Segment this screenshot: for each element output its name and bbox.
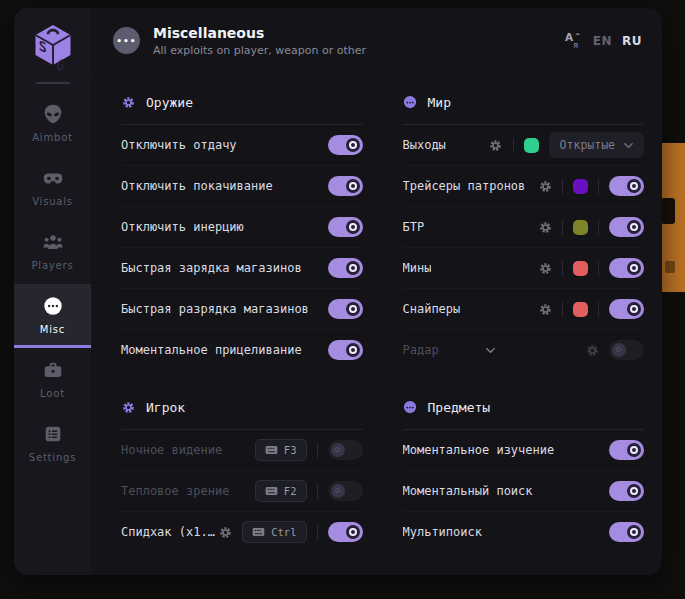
toggle-switch[interactable] bbox=[609, 440, 644, 460]
color-swatch[interactable] bbox=[524, 138, 539, 153]
color-swatch[interactable] bbox=[573, 302, 588, 317]
toggle-knob bbox=[627, 261, 641, 275]
feature-label: Отключить отдачу bbox=[121, 138, 237, 152]
toggle-switch[interactable] bbox=[609, 217, 644, 237]
svg-text:я: я bbox=[573, 40, 578, 50]
row-controls bbox=[609, 440, 644, 460]
sidebar-item-misc[interactable]: Misc bbox=[14, 284, 91, 348]
toggle-switch[interactable] bbox=[328, 522, 363, 542]
row-controls: Ctrl bbox=[218, 521, 362, 543]
lang-ru-button[interactable]: RU bbox=[622, 34, 642, 48]
gear-icon[interactable] bbox=[489, 138, 503, 152]
feature-row: Спидхак (x1.8)Ctrl bbox=[121, 512, 363, 553]
vertical-separator bbox=[562, 302, 563, 317]
feature-label: Быстрая разрядка магазинов bbox=[121, 302, 309, 316]
feature-label: Отключить инерцию bbox=[121, 220, 244, 234]
feature-row: БТР bbox=[403, 207, 645, 248]
toggle-knob bbox=[627, 525, 641, 539]
translate-icon[interactable]: A я bbox=[564, 31, 583, 50]
feature-label: Тепловое зрение bbox=[121, 484, 229, 498]
feature-row: Отключить инерцию bbox=[121, 207, 363, 248]
chevron-down-icon[interactable] bbox=[485, 345, 496, 356]
sidebar-item-label: Settings bbox=[29, 452, 76, 463]
toggle-switch[interactable] bbox=[328, 135, 363, 155]
toggle-switch[interactable] bbox=[328, 299, 363, 319]
dropdown-select[interactable]: Открытые bbox=[549, 132, 644, 158]
briefcase-icon bbox=[42, 359, 64, 381]
keybind-badge[interactable]: F3 bbox=[255, 439, 307, 461]
feature-label: Ночное видение bbox=[121, 443, 222, 457]
vertical-separator bbox=[598, 261, 599, 276]
color-swatch[interactable] bbox=[573, 220, 588, 235]
keybind-badge[interactable]: F2 bbox=[255, 480, 307, 502]
toggle-switch[interactable] bbox=[609, 481, 644, 501]
color-swatch[interactable] bbox=[573, 261, 588, 276]
toggle-switch[interactable] bbox=[609, 522, 644, 542]
row-controls bbox=[609, 481, 644, 501]
toggle-switch[interactable] bbox=[328, 258, 363, 278]
toggle-switch[interactable] bbox=[328, 176, 363, 196]
row-controls bbox=[538, 176, 644, 196]
toggle-switch[interactable] bbox=[609, 176, 644, 196]
gear-icon[interactable] bbox=[538, 302, 552, 316]
vertical-separator bbox=[317, 443, 318, 458]
feature-label: Снайперы bbox=[403, 302, 461, 316]
toggle-knob bbox=[346, 220, 360, 234]
row-controls bbox=[328, 217, 363, 237]
vr-goggles-icon bbox=[42, 167, 64, 189]
sidebar-item-label: Players bbox=[32, 260, 74, 271]
toggle-switch[interactable] bbox=[328, 340, 363, 360]
toggle-switch[interactable] bbox=[609, 340, 644, 360]
toggle-switch[interactable] bbox=[609, 299, 644, 319]
lang-en-button[interactable]: EN bbox=[593, 34, 612, 48]
gear-icon[interactable] bbox=[585, 343, 599, 357]
toggle-switch[interactable] bbox=[328, 440, 363, 460]
row-controls: F2 bbox=[255, 480, 363, 502]
feature-row: Моментальное изучение bbox=[403, 430, 645, 471]
feature-label: Мины bbox=[403, 261, 432, 275]
vertical-separator bbox=[562, 261, 563, 276]
feature-label: Трейсеры патронов bbox=[403, 179, 526, 193]
keyboard-icon bbox=[252, 527, 265, 537]
sidebar-item-settings[interactable]: Settings bbox=[14, 412, 91, 476]
feature-label: Радар bbox=[403, 343, 439, 357]
toggle-knob bbox=[612, 343, 626, 357]
section-header: Игрок bbox=[121, 391, 363, 423]
dots-circle-icon[interactable] bbox=[403, 95, 417, 109]
row-controls bbox=[328, 299, 363, 319]
gear-icon[interactable] bbox=[538, 220, 552, 234]
sidebar-item-players[interactable]: Players bbox=[14, 220, 91, 284]
toggle-switch[interactable] bbox=[609, 258, 644, 278]
section-player: ИгрокНочное видениеF3Тепловое зрениеF2Сп… bbox=[121, 391, 363, 553]
feature-label: Отключить покачивание bbox=[121, 179, 273, 193]
toggle-knob bbox=[627, 302, 641, 316]
toggle-knob bbox=[331, 484, 345, 498]
section-weapon: ОружиеОтключить отдачуОтключить покачива… bbox=[121, 86, 363, 371]
sidebar-item-visuals[interactable]: Visuals bbox=[14, 156, 91, 220]
vertical-separator bbox=[317, 525, 318, 540]
feature-row: Снайперы bbox=[403, 289, 645, 330]
gear-icon[interactable] bbox=[121, 400, 135, 414]
toggle-switch[interactable] bbox=[328, 481, 363, 501]
toggle-knob bbox=[346, 302, 360, 316]
row-controls bbox=[328, 176, 363, 196]
sidebar-item-loot[interactable]: Loot bbox=[14, 348, 91, 412]
color-swatch[interactable] bbox=[573, 179, 588, 194]
toggle-switch[interactable] bbox=[328, 217, 363, 237]
keybind-badge[interactable]: Ctrl bbox=[242, 521, 306, 543]
feature-row: Тепловое зрениеF2 bbox=[121, 471, 363, 512]
sidebar-item-aimbot[interactable]: Aimbot bbox=[14, 92, 91, 156]
sidebar-item-label: Visuals bbox=[32, 196, 73, 207]
row-controls bbox=[538, 258, 644, 278]
gear-icon[interactable] bbox=[538, 179, 552, 193]
gear-icon[interactable] bbox=[121, 95, 135, 109]
vertical-separator bbox=[562, 220, 563, 235]
section-title: Предметы bbox=[428, 400, 491, 415]
cheat-menu-window: S G Aimbot bbox=[14, 8, 662, 575]
gear-icon[interactable] bbox=[538, 261, 552, 275]
toggle-knob bbox=[346, 343, 360, 357]
feature-label: Выходы bbox=[403, 138, 446, 152]
gear-icon[interactable] bbox=[218, 525, 232, 539]
dots-circle-icon[interactable] bbox=[403, 400, 417, 414]
page-title: Miscellaneous bbox=[153, 25, 551, 41]
